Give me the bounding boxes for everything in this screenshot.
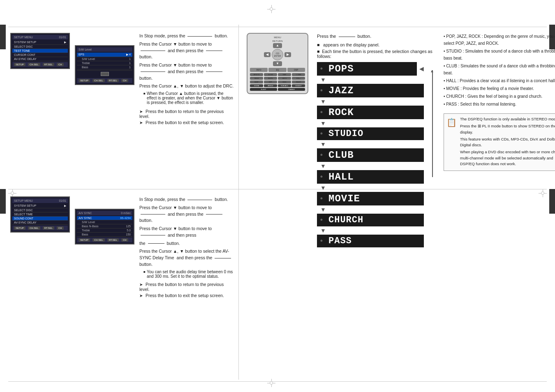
avsync-s1-row4: SOUND CONT bbox=[12, 217, 68, 221]
note-line4: When playing a DVD disc encoded with two… bbox=[460, 149, 555, 167]
mode-studio-text: STUDIO bbox=[328, 129, 363, 139]
avsync-s1-row3: SELECT TIME bbox=[12, 212, 68, 217]
screen2-footer-btn1: SETUP bbox=[79, 79, 90, 82]
screen1-row4: CURSOR CONT bbox=[12, 53, 68, 57]
remote-btn-title[interactable]: T-TIME bbox=[292, 73, 305, 76]
avsync-s1-row5: AV-SYNC DELAY bbox=[12, 221, 68, 225]
mode-jazz: ⊕ JAZZ bbox=[317, 84, 424, 97]
remote-btn-disp[interactable]: DISP bbox=[250, 81, 263, 83]
drc-screen2: S/W Level EPS▶ 4 S/W Level1 Treble1 Bass… bbox=[75, 45, 134, 126]
remote-enter-btn[interactable]: CD ENTER bbox=[272, 49, 283, 60]
remote-btn-vol[interactable]: VOL+ bbox=[292, 77, 305, 80]
screen1-row5: AV-SYNC DELAY bbox=[12, 57, 68, 61]
screen1-header-right: 01/01 bbox=[59, 36, 66, 39]
bullet-club: CLUB : Simulates the sound of a dance cl… bbox=[444, 62, 555, 76]
remote-btn-sub[interactable]: SUB.ACC bbox=[278, 84, 291, 87]
remote-btn-rpt[interactable]: RPT bbox=[264, 81, 277, 83]
arrow-down5: ▼ bbox=[317, 163, 424, 169]
mode-jazz-icon: ⊕ bbox=[320, 89, 327, 92]
page: SETUP MENU 01/01 SYSTEM SETUP▶ SELECT DI… bbox=[0, 0, 555, 392]
avsync-s1-row1: SYSTEM SETUP▶ bbox=[12, 204, 68, 208]
avsync-s2-row4: Treble5.0 bbox=[77, 228, 132, 233]
footer-btn2: CH.SEL bbox=[28, 63, 40, 66]
dspeq-note-box: 📋 The DSP/EQ function is only available … bbox=[444, 113, 555, 171]
footer-btn4: CH bbox=[57, 63, 64, 66]
divider-vertical bbox=[238, 25, 239, 380]
dspeq-section: MENU RETURN ▲ ◀ CD ENTER bbox=[247, 33, 547, 248]
remote-btn-dsp[interactable]: DSP bbox=[287, 68, 305, 72]
remote-btn-angle[interactable]: ANGLE bbox=[264, 84, 277, 87]
crosshair-top bbox=[267, 5, 275, 13]
bullet-pop: POP, JAZZ, ROCK : Depending on the genre… bbox=[444, 33, 555, 47]
arrow-down3: ▼ bbox=[317, 120, 424, 127]
avsync-inst-line2: Press the Cursor ▼ button to move to and… bbox=[139, 205, 234, 224]
corner-tab-top-left bbox=[0, 25, 6, 49]
pops-arrow-right: ◀ bbox=[419, 65, 424, 72]
remote-btn-dimmer[interactable]: DIMMER bbox=[278, 88, 305, 91]
drc-prev-inst: Press the button to return to the previo… bbox=[139, 109, 234, 119]
mode-pass: ⊕ PASS bbox=[317, 235, 424, 247]
arrow-down4: ▼ bbox=[317, 141, 424, 148]
avsync-screen2: A/V SYNC0 mSec A/V SYNC86-4294 S/W Level… bbox=[75, 209, 134, 299]
mode-jazz-text: JAZZ bbox=[328, 85, 354, 96]
remote-btn-af[interactable]: AF/DTS bbox=[250, 73, 263, 76]
screen2-footer: SETUP CH.SEL RT.SEL CH bbox=[77, 78, 132, 83]
mode-movie: ⊕ MOVIE bbox=[317, 192, 424, 205]
avsync-screen2-header: A/V SYNC0 mSec bbox=[77, 211, 132, 215]
remote-left-btn[interactable]: ◀ bbox=[264, 52, 271, 57]
remote-btn-eq[interactable]: EQ bbox=[268, 68, 286, 72]
remote-btn-slow[interactable]: SLOW bbox=[264, 73, 277, 76]
mode-hall-text: HALL bbox=[328, 171, 354, 182]
avsync-s2-footer: SETUP CH.SEL RT.SEL CH bbox=[77, 238, 132, 242]
avsync-s1-row2: SELECT DISC bbox=[12, 208, 68, 212]
note-box-icon: 📋 bbox=[446, 116, 457, 168]
remote-btn-mute[interactable]: MUTE bbox=[264, 77, 277, 80]
mode-pops-text: POPS bbox=[328, 63, 354, 74]
bullet-movie: MOVIE : Provides the feeling of a movie … bbox=[444, 85, 555, 92]
remote-btn-info[interactable]: INFO bbox=[250, 68, 268, 72]
remote-btn-saf[interactable]: S/AF bbox=[278, 73, 291, 76]
mode-pops: ⊕ POPS bbox=[317, 62, 417, 76]
footer-btn3: RT.SEL bbox=[43, 63, 54, 66]
remote-label-return: RETURN bbox=[250, 40, 305, 42]
avsync-s2-row3: Bass N-Bass125 bbox=[77, 224, 132, 228]
remote-up-btn[interactable]: ▲ bbox=[273, 43, 282, 48]
mode-movie-text: MOVIE bbox=[328, 193, 360, 204]
remote-right-btn[interactable]: ▶ bbox=[284, 52, 291, 57]
remote-btn-koo[interactable]: KOO bbox=[278, 81, 291, 83]
remote-btn-seek[interactable]: SEEK bbox=[250, 77, 263, 80]
remote-btn-root[interactable]: ROOT bbox=[292, 81, 305, 83]
mode-club-text: CLUB bbox=[328, 150, 354, 161]
note-line2: Press the ⊞ PL II mode button to show ST… bbox=[460, 123, 555, 135]
screen2-footer-btn3: RT.SEL bbox=[107, 79, 119, 82]
drc-screen1: SETUP MENU 01/01 SYSTEM SETUP▶ SELECT DI… bbox=[10, 33, 70, 126]
remote-btn-sleep[interactable]: SLEEP bbox=[250, 88, 277, 91]
dspeq-notes-area: POP, JAZZ, ROCK : Depending on the genre… bbox=[444, 33, 555, 248]
arrow-down6: ▼ bbox=[317, 184, 424, 191]
crosshair-left bbox=[8, 189, 16, 197]
mode-club-icon: ⊕ bbox=[320, 153, 327, 157]
screen2-footer-btn4: CH bbox=[121, 79, 128, 82]
screen1-header-left: SETUP MENU bbox=[14, 36, 33, 39]
avsync-inst-line5: Press the Cursor ▲, ▼ button to select t… bbox=[139, 248, 234, 267]
drc-exit-inst: Press the button to exit the setup scree… bbox=[139, 120, 234, 125]
avsync-screen1: SETUP MENU01/01 SYSTEM SETUP▶ SELECT DIS… bbox=[10, 196, 70, 299]
remote-btn-zoom[interactable]: ZOOM bbox=[250, 84, 263, 87]
mode-hall-icon: ⊕ bbox=[320, 175, 327, 178]
corner-tab-mid-left bbox=[0, 189, 6, 214]
screen1-footer: SETUP CH.SEL RT.SEL CH bbox=[12, 62, 68, 67]
dspeq-press-button-inst: Press the button. bbox=[317, 33, 437, 40]
screen1-header: SETUP MENU 01/01 bbox=[12, 35, 68, 39]
remote-btn-key1[interactable]: KEY1 bbox=[278, 77, 291, 80]
avsync-s2-row2: S/W Level bbox=[77, 220, 132, 224]
dspeq-note2: ■ Each time the button is pressed, the s… bbox=[317, 49, 437, 59]
avsync-note: You can set the audio delay time between… bbox=[143, 270, 234, 279]
remote-down-btn[interactable]: ▼ bbox=[273, 61, 282, 66]
drc-section: SETUP MENU 01/01 SYSTEM SETUP▶ SELECT DI… bbox=[10, 33, 234, 130]
remote-btn-digest[interactable]: DIGEST bbox=[292, 84, 305, 87]
dspeq-remote-area: MENU RETURN ▲ ◀ CD ENTER bbox=[247, 33, 310, 248]
drc-instructions: In Stop mode, press the button. Press th… bbox=[139, 33, 234, 126]
mode-church-icon: ⊕ bbox=[320, 218, 327, 221]
avsync-prev-inst: Press the button to return to the previo… bbox=[139, 282, 234, 292]
mode-rock-text: ROCK bbox=[328, 107, 354, 118]
